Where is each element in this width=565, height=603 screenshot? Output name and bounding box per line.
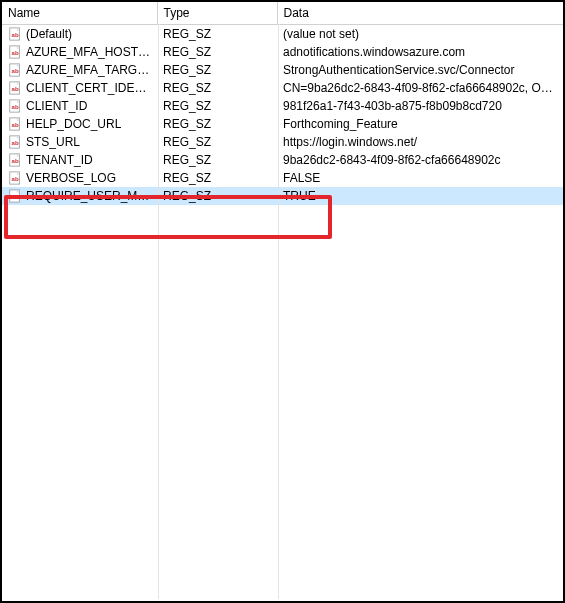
svg-text:ab: ab <box>12 31 19 38</box>
table-row[interactable]: abHELP_DOC_URLREG_SZForthcoming_Feature <box>2 115 563 133</box>
value-type: REG_SZ <box>157 169 277 187</box>
table-row[interactable]: ab(Default)REG_SZ(value not set) <box>2 25 563 44</box>
svg-text:ab: ab <box>12 49 19 56</box>
svg-text:ab: ab <box>12 157 19 164</box>
value-type: REG_SZ <box>157 187 277 205</box>
value-type: REG_SZ <box>157 43 277 61</box>
value-name: CLIENT_ID <box>26 99 87 113</box>
table-header-row: Name Type Data <box>2 2 563 25</box>
reg-string-icon: ab <box>8 81 22 95</box>
reg-string-icon: ab <box>8 45 22 59</box>
table-row[interactable]: abREQUIRE_USER_MATCHREG_SZTRUE <box>2 187 563 205</box>
registry-values-pane[interactable]: Name Type Data ab(Default)REG_SZ(value n… <box>2 2 563 601</box>
table-row[interactable]: abCLIENT_CERT_IDENTI...REG_SZCN=9ba26dc2… <box>2 79 563 97</box>
value-data: StrongAuthenticationService.svc/Connecto… <box>277 61 563 79</box>
svg-text:ab: ab <box>12 67 19 74</box>
value-data: adnotifications.windowsazure.com <box>277 43 563 61</box>
reg-string-icon: ab <box>8 63 22 77</box>
column-header-type[interactable]: Type <box>157 2 277 25</box>
value-data: https://login.windows.net/ <box>277 133 563 151</box>
value-name: CLIENT_CERT_IDENTI... <box>26 81 151 95</box>
value-name: (Default) <box>26 27 72 41</box>
svg-text:ab: ab <box>12 103 19 110</box>
value-data: CN=9ba26dc2-6843-4f09-8f62-cfa66648902c,… <box>277 79 563 97</box>
column-divider[interactable] <box>278 24 279 599</box>
column-header-name[interactable]: Name <box>2 2 157 25</box>
registry-table: Name Type Data ab(Default)REG_SZ(value n… <box>2 2 563 205</box>
table-row[interactable]: abCLIENT_IDREG_SZ981f26a1-7f43-403b-a875… <box>2 97 563 115</box>
svg-text:ab: ab <box>12 193 19 200</box>
reg-string-icon: ab <box>8 117 22 131</box>
reg-string-icon: ab <box>8 189 22 203</box>
value-name: HELP_DOC_URL <box>26 117 121 131</box>
column-divider[interactable] <box>158 24 159 599</box>
reg-string-icon: ab <box>8 153 22 167</box>
value-type: REG_SZ <box>157 151 277 169</box>
value-type: REG_SZ <box>157 133 277 151</box>
value-name: TENANT_ID <box>26 153 93 167</box>
svg-text:ab: ab <box>12 139 19 146</box>
value-data: 981f26a1-7f43-403b-a875-f8b09b8cd720 <box>277 97 563 115</box>
value-data: (value not set) <box>277 25 563 44</box>
value-name: VERBOSE_LOG <box>26 171 116 185</box>
value-type: REG_SZ <box>157 25 277 44</box>
table-row[interactable]: abAZURE_MFA_TARGET...REG_SZStrongAuthent… <box>2 61 563 79</box>
value-name: REQUIRE_USER_MATCH <box>26 189 151 203</box>
reg-string-icon: ab <box>8 27 22 41</box>
table-row[interactable]: abAZURE_MFA_HOSTN...REG_SZadnotification… <box>2 43 563 61</box>
value-type: REG_SZ <box>157 79 277 97</box>
value-data: 9ba26dc2-6843-4f09-8f62-cfa66648902c <box>277 151 563 169</box>
svg-text:ab: ab <box>12 85 19 92</box>
value-type: REG_SZ <box>157 61 277 79</box>
value-name: STS_URL <box>26 135 80 149</box>
value-data: FALSE <box>277 169 563 187</box>
value-data: TRUE <box>277 187 563 205</box>
table-row[interactable]: abVERBOSE_LOGREG_SZFALSE <box>2 169 563 187</box>
value-name: AZURE_MFA_HOSTN... <box>26 45 151 59</box>
reg-string-icon: ab <box>8 99 22 113</box>
value-data: Forthcoming_Feature <box>277 115 563 133</box>
column-header-data[interactable]: Data <box>277 2 563 25</box>
value-type: REG_SZ <box>157 97 277 115</box>
value-type: REG_SZ <box>157 115 277 133</box>
value-name: AZURE_MFA_TARGET... <box>26 63 151 77</box>
table-row[interactable]: abSTS_URLREG_SZhttps://login.windows.net… <box>2 133 563 151</box>
svg-text:ab: ab <box>12 121 19 128</box>
reg-string-icon: ab <box>8 135 22 149</box>
table-row[interactable]: abTENANT_IDREG_SZ9ba26dc2-6843-4f09-8f62… <box>2 151 563 169</box>
svg-text:ab: ab <box>12 175 19 182</box>
reg-string-icon: ab <box>8 171 22 185</box>
